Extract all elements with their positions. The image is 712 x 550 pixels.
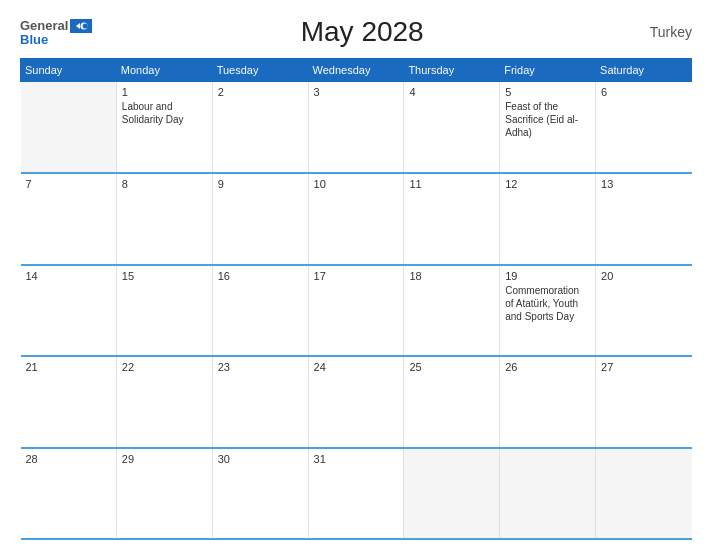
calendar-cell: 6 — [596, 82, 692, 174]
calendar-cell: 19Commemoration of Atatürk, Youth and Sp… — [500, 265, 596, 357]
day-number: 18 — [409, 270, 494, 282]
day-number: 17 — [314, 270, 399, 282]
calendar-cell: 15 — [116, 265, 212, 357]
day-number: 22 — [122, 361, 207, 373]
day-number: 1 — [122, 86, 207, 98]
calendar-cell: 10 — [308, 173, 404, 265]
day-number: 5 — [505, 86, 590, 98]
calendar-week-row: 78910111213 — [21, 173, 692, 265]
col-saturday: Saturday — [596, 59, 692, 82]
calendar-cell: 27 — [596, 356, 692, 448]
calendar-cell: 16 — [212, 265, 308, 357]
calendar-cell: 9 — [212, 173, 308, 265]
day-number: 31 — [314, 453, 399, 465]
page-header: General Blue May 2028 Turkey — [20, 16, 692, 48]
svg-point-3 — [83, 23, 88, 28]
calendar-cell: 8 — [116, 173, 212, 265]
calendar-cell: 30 — [212, 448, 308, 540]
calendar-cell: 12 — [500, 173, 596, 265]
calendar-cell: 3 — [308, 82, 404, 174]
calendar-body: 1Labour and Solidarity Day2345Feast of t… — [21, 82, 692, 540]
col-tuesday: Tuesday — [212, 59, 308, 82]
col-thursday: Thursday — [404, 59, 500, 82]
day-number: 15 — [122, 270, 207, 282]
weekday-header-row: Sunday Monday Tuesday Wednesday Thursday… — [21, 59, 692, 82]
calendar-cell: 7 — [21, 173, 117, 265]
event-label: Commemoration of Atatürk, Youth and Spor… — [505, 284, 590, 323]
col-wednesday: Wednesday — [308, 59, 404, 82]
calendar-cell — [500, 448, 596, 540]
calendar-cell: 29 — [116, 448, 212, 540]
logo: General Blue — [20, 19, 92, 46]
col-monday: Monday — [116, 59, 212, 82]
calendar-title: May 2028 — [92, 16, 632, 48]
calendar-header: Sunday Monday Tuesday Wednesday Thursday… — [21, 59, 692, 82]
day-number: 6 — [601, 86, 686, 98]
day-number: 9 — [218, 178, 303, 190]
day-number: 24 — [314, 361, 399, 373]
calendar-cell: 23 — [212, 356, 308, 448]
calendar-table: Sunday Monday Tuesday Wednesday Thursday… — [20, 58, 692, 540]
day-number: 29 — [122, 453, 207, 465]
day-number: 16 — [218, 270, 303, 282]
logo-general-text: General — [20, 19, 68, 32]
day-number: 3 — [314, 86, 399, 98]
day-number: 12 — [505, 178, 590, 190]
calendar-cell: 28 — [21, 448, 117, 540]
day-number: 8 — [122, 178, 207, 190]
calendar-cell: 25 — [404, 356, 500, 448]
calendar-cell: 4 — [404, 82, 500, 174]
day-number: 25 — [409, 361, 494, 373]
day-number: 4 — [409, 86, 494, 98]
calendar-cell: 1Labour and Solidarity Day — [116, 82, 212, 174]
day-number: 14 — [26, 270, 111, 282]
day-number: 26 — [505, 361, 590, 373]
calendar-week-row: 21222324252627 — [21, 356, 692, 448]
day-number: 2 — [218, 86, 303, 98]
calendar-cell: 18 — [404, 265, 500, 357]
day-number: 30 — [218, 453, 303, 465]
calendar-cell: 21 — [21, 356, 117, 448]
calendar-cell: 14 — [21, 265, 117, 357]
day-number: 19 — [505, 270, 590, 282]
calendar-cell: 20 — [596, 265, 692, 357]
calendar-cell — [596, 448, 692, 540]
calendar-cell — [21, 82, 117, 174]
calendar-cell: 2 — [212, 82, 308, 174]
day-number: 28 — [26, 453, 111, 465]
event-label: Feast of the Sacrifice (Eid al- Adha) — [505, 100, 590, 139]
calendar-cell: 26 — [500, 356, 596, 448]
day-number: 20 — [601, 270, 686, 282]
event-label: Labour and Solidarity Day — [122, 100, 207, 126]
day-number: 23 — [218, 361, 303, 373]
day-number: 7 — [26, 178, 111, 190]
country-label: Turkey — [632, 24, 692, 40]
calendar-cell: 22 — [116, 356, 212, 448]
calendar-cell: 31 — [308, 448, 404, 540]
day-number: 13 — [601, 178, 686, 190]
col-sunday: Sunday — [21, 59, 117, 82]
day-number: 27 — [601, 361, 686, 373]
calendar-cell: 11 — [404, 173, 500, 265]
calendar-cell: 17 — [308, 265, 404, 357]
day-number: 21 — [26, 361, 111, 373]
calendar-week-row: 28293031 — [21, 448, 692, 540]
calendar-cell: 5Feast of the Sacrifice (Eid al- Adha) — [500, 82, 596, 174]
col-friday: Friday — [500, 59, 596, 82]
calendar-cell: 24 — [308, 356, 404, 448]
day-number: 11 — [409, 178, 494, 190]
calendar-cell — [404, 448, 500, 540]
calendar-week-row: 1Labour and Solidarity Day2345Feast of t… — [21, 82, 692, 174]
logo-flag-icon — [70, 19, 92, 33]
calendar-cell: 13 — [596, 173, 692, 265]
calendar-week-row: 141516171819Commemoration of Atatürk, Yo… — [21, 265, 692, 357]
calendar-page: General Blue May 2028 Turkey Sunday Mond… — [0, 0, 712, 550]
logo-blue-text: Blue — [20, 33, 48, 46]
day-number: 10 — [314, 178, 399, 190]
